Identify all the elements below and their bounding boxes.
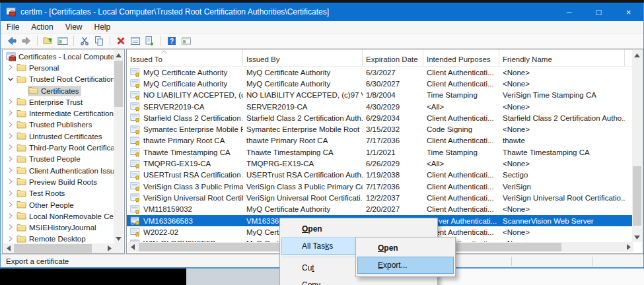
chevron-right-icon[interactable]	[7, 189, 15, 197]
menubar-item-view[interactable]: View	[59, 21, 89, 33]
tree-item-preview-build-roots[interactable]: Preview Build Roots	[3, 176, 114, 187]
certificate-row[interactable]: Starfield Class 2 Certification A...Star…	[127, 112, 633, 123]
tree-item-msiehistoryjournal[interactable]: MSIEHistoryJournal	[3, 222, 114, 233]
column-header-issued-by[interactable]: Issued By	[243, 49, 363, 66]
issued-to-text: W2022-02	[143, 228, 178, 236]
toolbar: ?	[1, 34, 643, 49]
tree-item-third-party-root-certification-authorities[interactable]: Third-Party Root Certification Authoriti…	[3, 142, 114, 153]
scroll-left-icon[interactable]	[3, 243, 13, 253]
folder-icon	[17, 234, 27, 243]
tree-scroll-thumb[interactable]	[114, 61, 123, 107]
certificate-row[interactable]: MyQ Certificate AuthorityMyQ Certificate…	[127, 67, 633, 78]
certificate-row[interactable]: SERVER2019-CASERVER2019-CA4/30/2029<All>…	[127, 101, 633, 112]
toolbar-separator	[37, 36, 38, 46]
column-header-expiration-date[interactable]: Expiration Date	[363, 49, 423, 66]
chevron-down-icon[interactable]	[7, 75, 15, 83]
tree-item-content: Preview Build Roots	[16, 177, 99, 187]
tree-item-label: Client Authentication Issuers	[29, 167, 114, 175]
scroll-right-icon[interactable]	[104, 243, 114, 253]
tree-horizontal-scrollbar[interactable]	[3, 243, 114, 253]
tree-item-certificates[interactable]: Certificates	[3, 85, 114, 96]
chevron-right-icon[interactable]	[7, 201, 15, 208]
tree-item-enterprise-trust[interactable]: Enterprise Trust	[3, 96, 114, 108]
minimize-button[interactable]: –	[554, 3, 584, 21]
certificate-row[interactable]: MyQ Certificate AuthorityMyQ Certificate…	[127, 78, 633, 89]
properties-icon	[130, 36, 141, 46]
show-console-tree-button[interactable]	[55, 34, 70, 48]
menu-item-open[interactable]: Open	[281, 220, 436, 238]
certificate-row[interactable]: VeriSign Class 3 Public Primary ...VeriS…	[127, 181, 633, 192]
menu-item-open[interactable]: Open	[357, 239, 454, 257]
close-button[interactable]: ×	[614, 3, 643, 21]
scroll-up-icon[interactable]	[632, 50, 642, 60]
chevron-right-icon[interactable]	[7, 223, 15, 231]
chevron-right-icon[interactable]	[7, 132, 15, 140]
certificate-row[interactable]: VM118159032MyQ Certificate Authority2/20…	[127, 204, 633, 215]
column-header-label: Issued By	[246, 55, 280, 63]
delete-icon	[116, 36, 126, 46]
tree-item-label: Third-Party Root Certification Authoriti…	[29, 144, 114, 152]
chevron-right-icon[interactable]	[7, 98, 15, 106]
properties-button[interactable]	[128, 34, 143, 48]
scroll-up-icon[interactable]	[114, 50, 124, 60]
scroll-down-icon[interactable]	[632, 232, 642, 242]
certificate-row[interactable]: Thawte Timestamping CAThawte Timestampin…	[127, 146, 633, 158]
chevron-right-icon[interactable]	[7, 109, 15, 117]
scroll-down-icon[interactable]	[114, 234, 124, 243]
chevron-right-icon[interactable]	[7, 166, 15, 174]
tree-item-personal[interactable]: Personal	[3, 62, 114, 73]
show-window-button[interactable]	[179, 34, 194, 48]
tree-item-test-roots[interactable]: Test Roots	[3, 188, 114, 199]
chevron-right-icon[interactable]	[7, 177, 15, 185]
chevron-right-icon[interactable]	[7, 155, 15, 163]
scroll-right-icon[interactable]	[624, 242, 633, 252]
list-scroll-thumb[interactable]	[633, 166, 641, 226]
menubar-item-help[interactable]: Help	[89, 21, 117, 33]
certificate-row[interactable]: thawte Primary Root CAthawte Primary Roo…	[127, 135, 633, 146]
scroll-left-icon[interactable]	[127, 242, 137, 252]
delete-button[interactable]	[114, 34, 128, 48]
tree-item-content: Intermediate Certification Authorities	[16, 108, 114, 119]
tree-hscroll-thumb[interactable]	[14, 244, 92, 253]
tree-item-trusted-publishers[interactable]: Trusted Publishers	[3, 119, 114, 131]
tree-item-trusted-root-certification-authorities[interactable]: Trusted Root Certification Authorities	[3, 74, 114, 85]
column-header-intended-purposes[interactable]: Intended Purposes	[423, 49, 499, 66]
menu-item-export-[interactable]: Export...	[357, 257, 454, 274]
menu-item-copy[interactable]: Copy	[281, 276, 436, 285]
maximize-button[interactable]: □	[584, 3, 614, 21]
certificate-row[interactable]: USERTrust RSA Certification Aut...USERTr…	[127, 170, 633, 181]
chevron-right-icon[interactable]	[7, 212, 15, 220]
tree-item-client-authentication-issuers[interactable]: Client Authentication Issuers	[3, 165, 114, 176]
export-console-button[interactable]	[41, 34, 55, 48]
tree-item-untrusted-certificates[interactable]: Untrusted Certificates	[3, 131, 114, 142]
chevron-right-icon[interactable]	[7, 235, 15, 243]
certificate-row[interactable]: Symantec Enterprise Mobile Ro...Symantec…	[127, 123, 633, 135]
chevron-right-icon[interactable]	[7, 63, 15, 71]
tree-item-trusted-people[interactable]: Trusted People	[3, 154, 114, 165]
copy-button[interactable]	[92, 34, 106, 48]
export-list-button[interactable]	[143, 34, 157, 48]
certificate-row[interactable]: TMQPRG-EX19-CATMQPRG-EX19-CA6/26/2029<Al…	[127, 158, 633, 169]
tree-item-other-people[interactable]: Other People	[3, 199, 114, 210]
cut-button[interactable]	[77, 34, 92, 48]
console-tree-icon	[57, 36, 68, 46]
chevron-right-icon[interactable]	[7, 143, 15, 151]
column-header-issued-to[interactable]: Issued To	[127, 49, 243, 66]
tree-item-local-nonremovable-certificates[interactable]: Local NonRemovable Certificates	[3, 210, 114, 222]
cell-expiration-date: 6/30/2027	[363, 78, 423, 89]
tree-item-certificates-local-computer[interactable]: Certificates - Local Computer	[3, 51, 114, 62]
help-button[interactable]: ?	[164, 34, 179, 48]
chevron-right-icon[interactable]	[7, 121, 15, 129]
tree-item-remote-desktop[interactable]: Remote Desktop	[3, 234, 114, 243]
certificate-row[interactable]: VeriSign Universal Root Certific...VeriS…	[127, 192, 633, 203]
menubar-item-file[interactable]: File	[1, 21, 25, 33]
tree-vertical-scrollbar[interactable]	[114, 50, 124, 243]
list-vertical-scrollbar[interactable]	[632, 50, 642, 242]
certificate-row[interactable]: NO LIABILITY ACCEPTED, (c)97 ...NO LIABI…	[127, 90, 633, 101]
menubar-item-action[interactable]: Action	[25, 21, 59, 33]
forward-button[interactable]	[19, 34, 34, 48]
tree-item-intermediate-certification-authorities[interactable]: Intermediate Certification Authorities	[3, 108, 114, 119]
back-button[interactable]	[5, 34, 19, 48]
column-header-friendly-name[interactable]: Friendly Name	[499, 49, 625, 66]
cell-intended-purposes: Client Authenticati...	[423, 67, 499, 78]
